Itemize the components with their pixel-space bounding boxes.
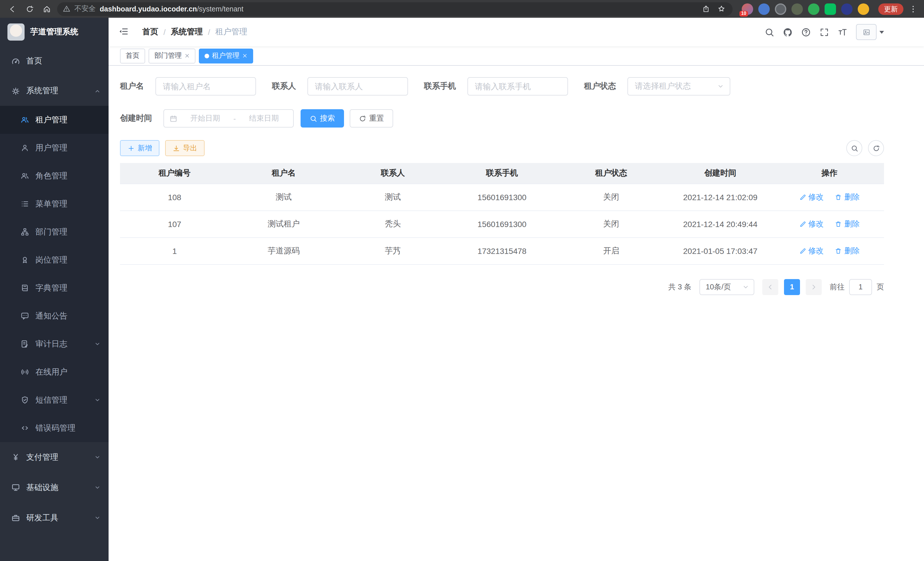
status-label: 租户状态	[584, 81, 616, 92]
sidebar-fold-button[interactable]	[118, 26, 130, 38]
delete-link[interactable]: 删除	[835, 246, 860, 256]
user-menu[interactable]	[856, 24, 884, 40]
page-number-1[interactable]: 1	[784, 279, 800, 295]
sidebar-item-sms[interactable]: 短信管理	[0, 386, 109, 414]
trash-icon	[835, 220, 842, 227]
sidebar-item-post[interactable]: 岗位管理	[0, 246, 109, 274]
filter-row-1: 租户名 联系人 联系手机 租户状态 请选择租户状态	[120, 77, 884, 96]
tag-home[interactable]: 首页	[120, 48, 145, 63]
delete-link[interactable]: 删除	[835, 192, 860, 202]
sidebar-submenu-system: 租户管理 用户管理 角色管理	[0, 106, 109, 442]
edit-link[interactable]: 修改	[799, 192, 824, 202]
url-text[interactable]: dashboard.yudao.iocoder.cn/system/tenant	[100, 5, 243, 13]
cell-tenant-name: 测试租户	[229, 211, 338, 237]
date-range-picker[interactable]: 开始日期 - 结束日期	[164, 109, 294, 128]
breadcrumb-system[interactable]: 系统管理	[171, 27, 203, 37]
user-icon	[21, 144, 29, 152]
extension-icon[interactable]	[825, 3, 836, 15]
tenant-name-label: 租户名	[120, 81, 144, 92]
broken-image-icon	[862, 28, 870, 36]
fullscreen-icon	[819, 27, 829, 37]
sidebar-item-dict[interactable]: 字典管理	[0, 274, 109, 302]
security-label[interactable]: 不安全	[74, 4, 96, 14]
goto-page-input[interactable]	[849, 279, 872, 295]
navbar-actions	[765, 24, 884, 40]
tag-dept[interactable]: 部门管理	[148, 48, 195, 63]
sidebar-item-error-code[interactable]: 错误码管理	[0, 414, 109, 442]
export-button[interactable]: 导出	[165, 140, 205, 156]
tenant-name-input[interactable]	[155, 77, 256, 96]
sidebar-item-payment[interactable]: 支付管理	[0, 442, 109, 472]
phone-label: 联系手机	[424, 81, 456, 92]
cell-contact: 秃头	[338, 211, 447, 237]
reload-button[interactable]	[23, 2, 37, 16]
edit-link[interactable]: 修改	[799, 246, 824, 256]
sidebar-item-home[interactable]: 首页	[0, 46, 109, 76]
sidebar-item-infrastructure[interactable]: 基础设施	[0, 472, 109, 503]
sidebar-item-online-users[interactable]: 在线用户	[0, 358, 109, 386]
add-button-label: 新增	[138, 143, 152, 153]
search-button[interactable]: 搜索	[301, 109, 344, 128]
date-end-placeholder: 结束日期	[240, 113, 287, 123]
chevron-down-icon	[94, 454, 100, 460]
back-button[interactable]	[6, 2, 20, 16]
app-logo[interactable]: 芋道管理系统	[0, 18, 109, 46]
help-button[interactable]	[801, 27, 811, 37]
tag-tenant-active[interactable]: 租户管理	[199, 48, 253, 63]
breadcrumb-home[interactable]: 首页	[142, 27, 158, 37]
fullscreen-button[interactable]	[819, 27, 829, 37]
sidebar-item-tenant[interactable]: 租户管理	[0, 106, 109, 134]
calendar-icon	[170, 115, 177, 122]
kebab-menu-icon	[909, 4, 918, 14]
sidebar-item-dept[interactable]: 部门管理	[0, 218, 109, 246]
goto-label: 前往	[830, 282, 844, 292]
browser-menu-button[interactable]	[908, 4, 918, 14]
page-size-select[interactable]: 10条/页	[699, 279, 754, 295]
extension-icon[interactable]	[758, 3, 770, 15]
sidebar-item-dev-tools[interactable]: 研发工具	[0, 503, 109, 533]
share-button[interactable]	[700, 3, 711, 15]
browser-update-button[interactable]: 更新	[878, 3, 903, 15]
search-icon	[765, 27, 774, 37]
toggle-search-button[interactable]	[846, 140, 862, 156]
edit-link[interactable]: 修改	[799, 219, 824, 229]
goto-suffix: 页	[877, 282, 884, 292]
shield-check-icon	[21, 396, 29, 404]
header-search-button[interactable]	[765, 27, 774, 37]
extension-icon[interactable]: 10	[742, 3, 753, 15]
font-size-icon	[838, 27, 848, 37]
bookmark-button[interactable]	[716, 3, 727, 15]
extension-icon[interactable]	[808, 3, 819, 15]
cell-created: 2021-12-14 21:02:09	[666, 183, 775, 211]
close-icon[interactable]	[184, 53, 190, 58]
table-header-row: 租户编号 租户名 联系人 联系手机 租户状态 创建时间 操作	[120, 163, 884, 183]
delete-link[interactable]: 删除	[835, 219, 860, 229]
sidebar-item-notice[interactable]: 通知公告	[0, 302, 109, 330]
reset-button[interactable]: 重置	[350, 109, 393, 128]
address-bar[interactable]: 不安全 dashboard.yudao.iocoder.cn/system/te…	[57, 2, 733, 16]
github-link[interactable]	[783, 27, 793, 37]
users-icon	[21, 171, 29, 180]
next-page-button[interactable]	[806, 279, 822, 295]
font-size-button[interactable]	[838, 27, 848, 37]
phone-input[interactable]	[467, 77, 568, 96]
extension-icon[interactable]	[858, 3, 869, 15]
cell-contact: 芋艿	[338, 237, 447, 264]
sidebar-item-audit-log[interactable]: 审计日志	[0, 330, 109, 358]
home-button[interactable]	[40, 2, 54, 16]
extension-icon[interactable]	[791, 3, 803, 15]
add-button[interactable]: 新增	[120, 140, 159, 156]
refresh-table-button[interactable]	[868, 140, 884, 156]
sidebar-item-system[interactable]: 系统管理	[0, 76, 109, 106]
sidebar-item-role[interactable]: 角色管理	[0, 162, 109, 190]
close-icon[interactable]	[242, 53, 248, 58]
prev-page-button[interactable]	[762, 279, 778, 295]
status-select[interactable]: 请选择租户状态	[627, 77, 730, 96]
extension-icon[interactable]	[775, 3, 786, 15]
top-navbar: 首页 / 系统管理 / 租户管理	[109, 18, 924, 46]
contact-input[interactable]	[308, 77, 408, 96]
extension-icon[interactable]	[841, 3, 853, 15]
breadcrumb: 首页 / 系统管理 / 租户管理	[142, 27, 248, 37]
sidebar-item-menu[interactable]: 菜单管理	[0, 190, 109, 218]
sidebar-item-user[interactable]: 用户管理	[0, 134, 109, 162]
